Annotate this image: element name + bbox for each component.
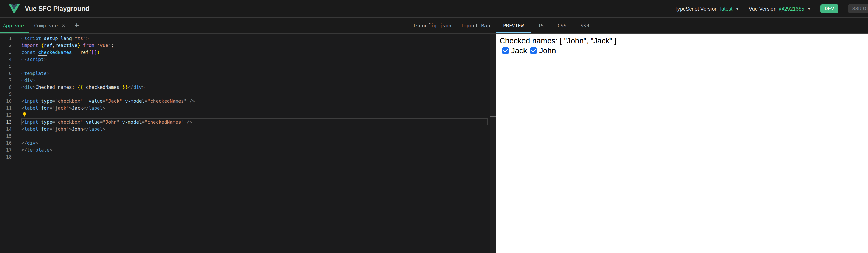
output-tab-css[interactable]: CSS (551, 18, 573, 33)
line-number: 8 (0, 84, 11, 91)
output-tab-ssr[interactable]: SSR (573, 18, 596, 33)
file-tab-label: Comp.vue (34, 23, 58, 28)
checkbox-row: JackJohn (502, 46, 868, 55)
line-number: 6 (0, 70, 11, 77)
checkbox-john-checked[interactable] (530, 47, 537, 54)
output-pane: PREVIEWJSCSSSSR Checked names: [ "John",… (496, 18, 868, 253)
code-line-18[interactable]: 18 (0, 153, 496, 160)
code-line-3[interactable]: 3const checkedNames = ref([]) (0, 49, 496, 56)
code-line-5[interactable]: 5 (0, 63, 496, 70)
code-text: import {ref,reactive} from 'vue'; (11, 42, 114, 49)
overview-ruler-cursor-marker (490, 116, 496, 117)
code-text: <label for="jack">Jack</label> (11, 104, 105, 112)
line-number: 9 (0, 91, 11, 98)
line-number: 14 (0, 125, 11, 132)
code-line-12[interactable]: 12 (0, 112, 496, 119)
line-number: 13 (0, 119, 11, 125)
editor-lines: 1<script setup lang="ts">2import {ref,re… (0, 35, 496, 160)
header-right: TypeScript Version latest ▼ Vue Version … (675, 0, 868, 18)
line-number: 5 (0, 63, 11, 70)
page-title: Vue SFC Playground (25, 5, 89, 12)
file-tab-app-vue[interactable]: App.vue (0, 18, 29, 33)
checked-names-text: Checked names: [ "John", "Jack" ] (499, 36, 868, 45)
checkbox-jack-checked[interactable] (502, 47, 509, 54)
typescript-version-value: latest (720, 6, 733, 12)
line-number: 17 (0, 147, 11, 153)
file-tabs: App.vueComp.vue× (0, 18, 70, 33)
tsconfig-json-button[interactable]: tsconfig.json (413, 23, 452, 28)
code-text: const checkedNames = ref([]) (11, 49, 100, 56)
line-number: 18 (0, 153, 11, 160)
vue-version-value: @2921685 (779, 6, 804, 12)
editor-scrollbar[interactable] (490, 34, 496, 253)
file-tab-label: App.vue (3, 23, 24, 28)
code-text (11, 91, 22, 98)
code-text: <label for="john">John</label> (11, 125, 105, 132)
code-text: <div>Checked names: {{ checkedNames }}</… (11, 84, 145, 91)
typescript-version-label: TypeScript Version (675, 6, 718, 12)
code-text: <script setup lang="ts"> (11, 35, 89, 42)
code-line-16[interactable]: 16</div> (0, 139, 496, 147)
code-editor[interactable]: 1<script setup lang="ts">2import {ref,re… (0, 34, 496, 253)
editor-pane: App.vueComp.vue× + tsconfig.jsonImport M… (0, 18, 496, 253)
line-number: 16 (0, 139, 11, 147)
code-text: <template> (11, 70, 49, 77)
line-number: 11 (0, 104, 11, 112)
code-line-13[interactable]: 13<input type="checkbox" value="John" v-… (0, 119, 496, 125)
code-text (11, 153, 22, 160)
code-line-7[interactable]: 7<div> (0, 77, 496, 84)
line-number: 10 (0, 98, 11, 104)
dev-toggle-button[interactable]: DEV (820, 4, 838, 13)
line-number: 12 (0, 112, 11, 119)
code-text: <div> (11, 77, 35, 84)
checkbox-label-jack[interactable]: Jack (511, 46, 527, 55)
vue-version-label: Vue Version (749, 6, 776, 12)
file-tabbar: App.vueComp.vue× + tsconfig.jsonImport M… (0, 18, 496, 34)
line-number: 3 (0, 49, 11, 56)
output-tab-preview[interactable]: PREVIEW (496, 18, 531, 33)
code-text: </template> (11, 147, 52, 153)
code-line-4[interactable]: 4</script> (0, 56, 496, 63)
preview-frame: Checked names: [ "John", "Jack" ] JackJo… (496, 34, 868, 253)
code-line-9[interactable]: 9 (0, 91, 496, 98)
line-number: 2 (0, 42, 11, 49)
add-file-button[interactable]: + (70, 18, 83, 33)
chevron-down-icon: ▼ (736, 7, 739, 11)
code-text (11, 132, 22, 139)
output-tabbar: PREVIEWJSCSSSSR (496, 18, 868, 34)
checkbox-label-john[interactable]: John (539, 46, 556, 55)
code-line-8[interactable]: 8<div>Checked names: {{ checkedNames }}<… (0, 84, 496, 91)
close-icon[interactable]: × (62, 23, 65, 28)
line-number: 1 (0, 35, 11, 42)
code-text: <input type="checkbox" value="Jack" v-mo… (11, 98, 195, 104)
code-line-6[interactable]: 6<template> (0, 70, 496, 77)
output-tab-js[interactable]: JS (531, 18, 551, 33)
main-split: App.vueComp.vue× + tsconfig.jsonImport M… (0, 18, 868, 253)
code-text (11, 63, 22, 70)
code-text: <input type="checkbox" value="John" v-mo… (11, 119, 192, 125)
app-header: Vue SFC Playground TypeScript Version la… (0, 0, 868, 18)
code-line-10[interactable]: 10<input type="checkbox" value="Jack" v-… (0, 98, 496, 104)
chevron-down-icon: ▼ (807, 7, 811, 11)
import-map-button[interactable]: Import Map (461, 23, 490, 28)
config-items: tsconfig.jsonImport Map (413, 18, 496, 33)
line-number: 4 (0, 56, 11, 63)
ssr-toggle-button[interactable]: SSR OFF (848, 4, 868, 13)
vue-version-select[interactable]: Vue Version @2921685 ▼ (749, 6, 811, 12)
code-text (11, 112, 28, 119)
file-tab-comp-vue[interactable]: Comp.vue× (29, 18, 70, 33)
code-text: </script> (11, 56, 47, 63)
code-line-17[interactable]: 17</template> (0, 147, 496, 153)
code-line-15[interactable]: 15 (0, 132, 496, 139)
code-line-2[interactable]: 2import {ref,reactive} from 'vue'; (0, 42, 496, 49)
code-text: </div> (11, 139, 38, 147)
vue-logo-icon (8, 3, 20, 14)
code-line-11[interactable]: 11<label for="jack">Jack</label> (0, 104, 496, 112)
lightbulb-icon[interactable] (22, 112, 27, 118)
code-line-14[interactable]: 14<label for="john">John</label> (0, 125, 496, 132)
code-line-1[interactable]: 1<script setup lang="ts"> (0, 35, 496, 42)
line-number: 7 (0, 77, 11, 84)
typescript-version-select[interactable]: TypeScript Version latest ▼ (675, 6, 739, 12)
header-left: Vue SFC Playground (8, 3, 89, 14)
line-number: 15 (0, 132, 11, 139)
